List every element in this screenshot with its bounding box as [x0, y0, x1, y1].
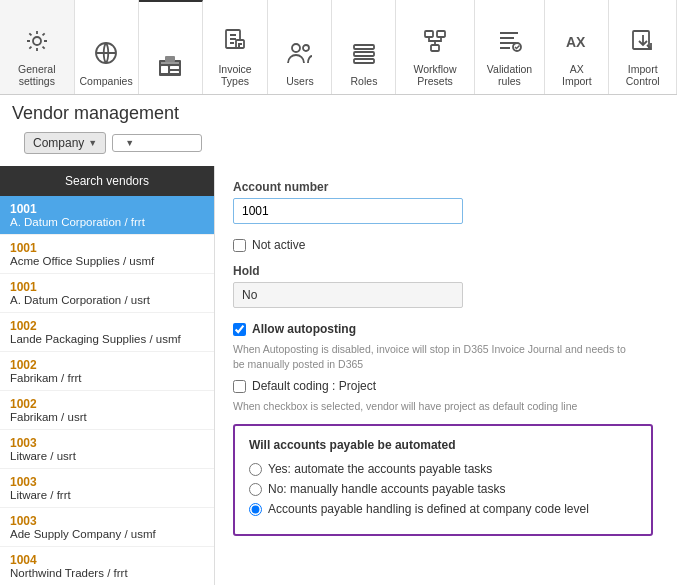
svg-rect-13: [354, 52, 374, 56]
svg-point-0: [33, 37, 41, 45]
autoposting-hint: When Autoposting is disabled, invoice wi…: [233, 342, 633, 371]
nav-invoice-types[interactable]: Invoice Types: [203, 0, 269, 94]
general-settings-icon: [19, 23, 55, 59]
hold-label: Hold: [233, 264, 659, 278]
allow-autoposting-row: Allow autoposting: [233, 322, 659, 336]
roles-icon: [346, 35, 382, 71]
svg-rect-14: [354, 59, 374, 63]
sidebar: Search vendors 1001A. Datum Corporation …: [0, 166, 215, 585]
nav-workflow-presets-label: Workflow Presets: [406, 63, 463, 88]
vendor-management-icon: [152, 48, 188, 84]
automation-radio-yes[interactable]: [249, 463, 262, 476]
import-control-icon: [625, 23, 661, 59]
company-value-dropdown[interactable]: ▼: [112, 134, 202, 152]
nav-vendor-management[interactable]: [139, 0, 203, 94]
ax-import-icon: AX: [559, 23, 595, 59]
svg-rect-15: [425, 31, 433, 37]
nav-users-label: Users: [286, 75, 313, 88]
default-coding-hint: When checkbox is selected, vendor will h…: [233, 399, 633, 414]
automation-option-no: No: manually handle accounts payable tas…: [249, 482, 637, 496]
vendor-list-item[interactable]: 1002Fabrikam / frrt: [0, 352, 214, 391]
nav-companies[interactable]: Companies: [75, 0, 139, 94]
content-area: Account number Not active Hold Allow aut…: [215, 166, 677, 585]
svg-rect-3: [165, 56, 175, 62]
account-number-group: Account number: [233, 180, 659, 224]
hold-input[interactable]: [233, 282, 463, 308]
nav-roles-label: Roles: [351, 75, 378, 88]
nav-validation-rules[interactable]: Validation rules: [475, 0, 546, 94]
automation-section: Will accounts payable be automated Yes: …: [233, 424, 653, 536]
svg-rect-5: [161, 66, 168, 73]
users-icon: [282, 35, 318, 71]
not-active-label: Not active: [252, 238, 305, 252]
company-chevron-icon: ▼: [88, 138, 97, 148]
main-layout: Search vendors 1001A. Datum Corporation …: [0, 166, 677, 585]
automation-radio-label-company: Accounts payable handling is defined at …: [268, 502, 589, 516]
company-label: Company: [33, 136, 84, 150]
svg-rect-7: [170, 71, 179, 73]
vendor-list-item[interactable]: 1001A. Datum Corporation / usrt: [0, 274, 214, 313]
page-header: Vendor management Company ▼ ▼: [0, 95, 677, 166]
validation-rules-icon: [491, 23, 527, 59]
vendor-list-item[interactable]: 1003Ade Supply Company / usmf: [0, 508, 214, 547]
svg-rect-4: [161, 62, 179, 64]
account-number-label: Account number: [233, 180, 659, 194]
not-active-row: Not active: [233, 238, 659, 252]
not-active-checkbox[interactable]: [233, 239, 246, 252]
automation-options: Yes: automate the accounts payable tasks…: [249, 462, 637, 516]
automation-radio-label-yes: Yes: automate the accounts payable tasks: [268, 462, 492, 476]
hold-group: Hold: [233, 264, 659, 308]
nav-ax-import-label: AX Import: [555, 63, 598, 88]
automation-section-title: Will accounts payable be automated: [249, 438, 637, 452]
automation-option-company: Accounts payable handling is defined at …: [249, 502, 637, 516]
default-coding-checkbox[interactable]: [233, 380, 246, 393]
nav-workflow-presets[interactable]: Workflow Presets: [396, 0, 474, 94]
invoice-types-icon: [217, 23, 253, 59]
nav-ax-import[interactable]: AX AX Import: [545, 0, 609, 94]
vendor-list-item[interactable]: 1001Acme Office Supplies / usmf: [0, 235, 214, 274]
account-number-input[interactable]: [233, 198, 463, 224]
vendor-list-item[interactable]: 1003Litware / usrt: [0, 430, 214, 469]
nav-import-control[interactable]: Import Control: [609, 0, 677, 94]
top-navigation: General settings Companies: [0, 0, 677, 95]
svg-text:AX: AX: [566, 34, 586, 50]
default-coding-group: Default coding : Project When checkbox i…: [233, 379, 659, 414]
default-coding-row: Default coding : Project: [233, 379, 659, 393]
svg-point-10: [292, 44, 300, 52]
automation-option-yes: Yes: automate the accounts payable tasks: [249, 462, 637, 476]
svg-rect-20: [633, 31, 649, 49]
automation-radio-no[interactable]: [249, 483, 262, 496]
nav-roles[interactable]: Roles: [332, 0, 396, 94]
automation-radio-label-no: No: manually handle accounts payable tas…: [268, 482, 505, 496]
svg-rect-12: [354, 45, 374, 49]
nav-general-settings-label: General settings: [10, 63, 64, 88]
vendor-list-item[interactable]: 1004Northwind Traders / frrt: [0, 547, 214, 585]
nav-validation-rules-label: Validation rules: [485, 63, 535, 88]
default-coding-label: Default coding : Project: [252, 379, 376, 393]
vendor-list-item[interactable]: 1002Lande Packaging Supplies / usmf: [0, 313, 214, 352]
nav-companies-label: Companies: [80, 75, 133, 88]
vendor-list-item[interactable]: 1003Litware / frrt: [0, 469, 214, 508]
nav-import-control-label: Import Control: [619, 63, 666, 88]
nav-general-settings[interactable]: General settings: [0, 0, 75, 94]
company-value-chevron-icon: ▼: [125, 138, 134, 148]
allow-autoposting-label: Allow autoposting: [252, 322, 356, 336]
vendor-list-item[interactable]: 1002Fabrikam / usrt: [0, 391, 214, 430]
svg-point-11: [303, 45, 309, 51]
autoposting-group: Allow autoposting When Autoposting is di…: [233, 322, 659, 371]
allow-autoposting-checkbox[interactable]: [233, 323, 246, 336]
nav-invoice-types-label: Invoice Types: [213, 63, 258, 88]
companies-icon: [88, 35, 124, 71]
automation-radio-company[interactable]: [249, 503, 262, 516]
vendor-list-item[interactable]: 1001A. Datum Corporation / frrt: [0, 196, 214, 235]
filter-row: Company ▼ ▼: [12, 132, 665, 162]
svg-rect-16: [437, 31, 445, 37]
nav-users[interactable]: Users: [268, 0, 332, 94]
workflow-presets-icon: [417, 23, 453, 59]
svg-rect-17: [431, 45, 439, 51]
search-vendors-button[interactable]: Search vendors: [0, 166, 214, 196]
page-title: Vendor management: [12, 103, 665, 124]
company-dropdown[interactable]: Company ▼: [24, 132, 106, 154]
vendor-list: 1001A. Datum Corporation / frrt1001Acme …: [0, 196, 214, 585]
svg-rect-6: [170, 66, 179, 69]
